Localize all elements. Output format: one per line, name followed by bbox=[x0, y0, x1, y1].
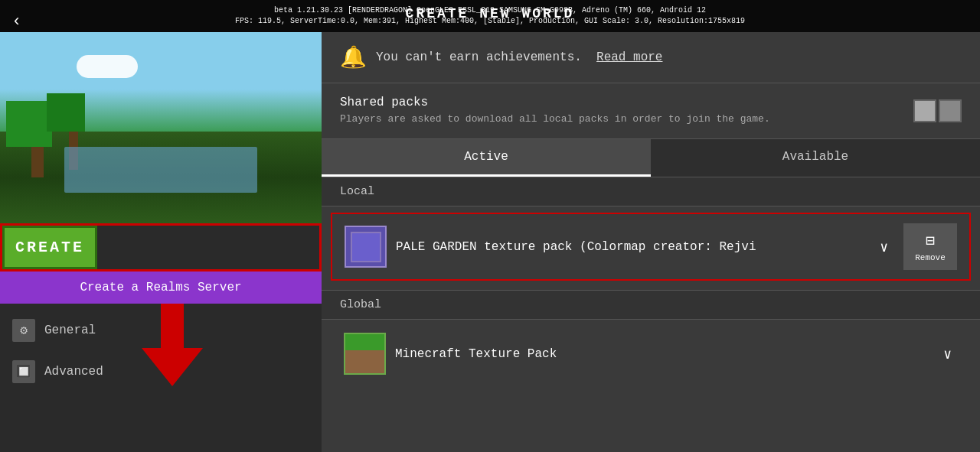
toggle-box-left bbox=[913, 99, 936, 122]
tree2-leaves bbox=[47, 93, 85, 132]
global-pack-chevron-icon[interactable]: ∨ bbox=[943, 346, 952, 363]
global-pack-item: Minecraft Texture Pack ∨ bbox=[331, 323, 971, 385]
toggle-switch[interactable] bbox=[913, 99, 962, 122]
remove-label: Remove bbox=[915, 253, 946, 262]
arrow-shaft bbox=[161, 304, 184, 350]
achievement-read-more-link[interactable]: Read more bbox=[596, 50, 662, 64]
page-title: CREATE NEW WORLD bbox=[406, 6, 575, 21]
nav-general-label: General bbox=[44, 324, 96, 337]
grass-top bbox=[345, 334, 384, 350]
tabs-row: Active Available bbox=[322, 139, 980, 177]
realms-button[interactable]: Create a Realms Server bbox=[0, 272, 322, 304]
achievement-bar: 🔔 You can't earn achievements. Read more bbox=[322, 32, 980, 83]
global-section-label: Global bbox=[322, 290, 980, 320]
general-icon: ⚙ bbox=[12, 319, 35, 342]
tree2 bbox=[61, 93, 85, 170]
shared-packs-title: Shared packs bbox=[340, 96, 913, 109]
shared-packs-description: Players are asked to download all local … bbox=[340, 112, 799, 126]
shared-packs-section: Shared packs Players are asked to downlo… bbox=[322, 83, 980, 139]
red-arrow bbox=[142, 304, 203, 386]
achievement-icon: 🔔 bbox=[340, 44, 367, 70]
nav-advanced-label: Advanced bbox=[44, 365, 103, 379]
pack-icon-pale-garden bbox=[345, 226, 387, 268]
pack-icon-inner bbox=[351, 232, 381, 262]
local-section-label: Local bbox=[322, 177, 980, 206]
main-layout: CREATE Create a Realms Server ⚙ General … bbox=[0, 32, 980, 452]
tree2-trunk bbox=[69, 132, 78, 170]
advanced-icon: 🔲 bbox=[12, 360, 35, 383]
remove-icon: ⊟ bbox=[926, 231, 935, 250]
achievement-text: You can't earn achievements. Read more bbox=[376, 50, 662, 64]
tree1-trunk bbox=[31, 147, 44, 177]
pack-chevron-icon[interactable]: ∨ bbox=[880, 239, 888, 255]
world-preview-image bbox=[0, 32, 322, 223]
active-pack-item: PALE GARDEN texture pack (Colormap creat… bbox=[331, 213, 971, 281]
page-title-overlay: CREATE NEW WORLD bbox=[0, 6, 980, 21]
arrow-head bbox=[142, 348, 203, 386]
pack-name-pale-garden: PALE GARDEN texture pack (Colormap creat… bbox=[396, 240, 871, 254]
toggle-box-right bbox=[939, 99, 962, 122]
grass-dirt bbox=[345, 350, 384, 374]
tab-available[interactable]: Available bbox=[651, 139, 980, 177]
shared-packs-info: Shared packs Players are asked to downlo… bbox=[340, 96, 913, 126]
create-button-wrapper: CREATE bbox=[0, 223, 322, 272]
left-panel: CREATE Create a Realms Server ⚙ General … bbox=[0, 32, 322, 452]
pack-name-minecraft: Minecraft Texture Pack bbox=[395, 347, 934, 361]
pack-icon-minecraft bbox=[344, 333, 386, 375]
create-button[interactable]: CREATE bbox=[2, 226, 97, 269]
right-panel: 🔔 You can't earn achievements. Read more… bbox=[322, 32, 980, 452]
cloud-decoration bbox=[77, 55, 138, 78]
back-button[interactable]: ‹ bbox=[8, 8, 25, 34]
tree1-leaves bbox=[6, 101, 52, 147]
remove-pack-button[interactable]: ⊟ Remove bbox=[903, 223, 957, 270]
tab-active[interactable]: Active bbox=[322, 139, 651, 177]
